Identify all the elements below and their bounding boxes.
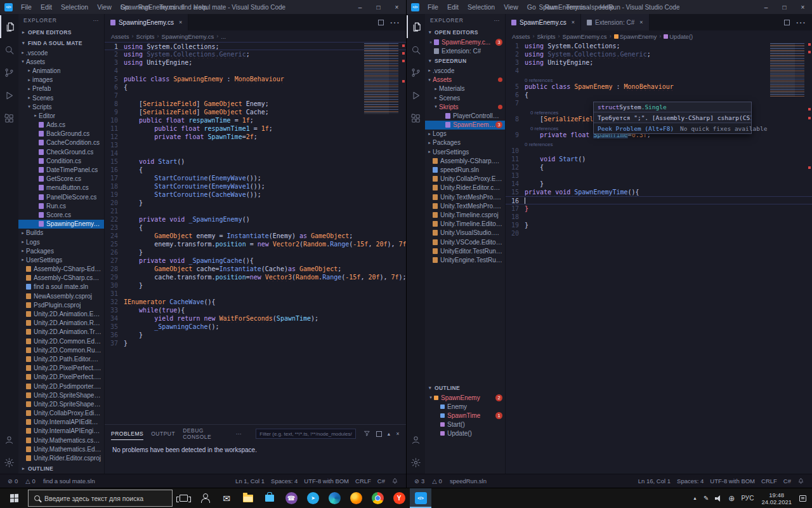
taskbar-app-yandex-browser[interactable]: Y: [388, 488, 410, 508]
volume-icon[interactable]: [712, 488, 725, 508]
code-line[interactable]: 19}: [506, 221, 812, 229]
tree-item[interactable]: UnityEditor.TestRunner...: [425, 246, 505, 255]
tree-item[interactable]: menuButton.cs: [18, 184, 104, 192]
code-line[interactable]: 2using System.Collections.Generic;: [105, 50, 406, 58]
code-line[interactable]: 35 _SpawningCache();: [105, 323, 406, 331]
code-line[interactable]: 17}: [506, 204, 812, 213]
run-debug-icon[interactable]: [0, 84, 18, 107]
code-line[interactable]: 3using UnityEngine;: [105, 58, 406, 67]
hidden-icons-chevron[interactable]: ▲: [690, 488, 700, 508]
language-indicator[interactable]: РУС: [738, 488, 757, 508]
tree-item[interactable]: ▸Animation: [18, 66, 104, 75]
code-line[interactable]: 4: [506, 67, 812, 75]
tree-item[interactable]: SpawningEnemy.cs: [18, 220, 104, 229]
tree-item[interactable]: ▸Packages: [18, 246, 104, 255]
tree-item[interactable]: Unity.Rider.Editor.csproj: [425, 184, 505, 192]
status-item[interactable]: Ln 16, Col 1: [636, 478, 673, 485]
breadcrumb[interactable]: Assets›Skripts›SpawnEnemy.cs›SpawnEnemy›…: [506, 30, 812, 42]
split-editor-icon[interactable]: [378, 20, 384, 25]
account-icon[interactable]: [407, 428, 425, 451]
tree-item[interactable]: ▸UserSettings: [18, 255, 104, 264]
outline-section[interactable]: ▸ OUTLINE: [18, 463, 104, 474]
taskbar-app-task-view[interactable]: [173, 488, 194, 508]
notifications-icon[interactable]: [796, 488, 809, 508]
tab-extension-c-[interactable]: Extension: C#×: [581, 14, 650, 30]
tab-spawningenemy-cs[interactable]: SpawningEnemy.cs×: [105, 14, 188, 30]
breadcrumb-item[interactable]: SpawningEnemy.cs: [162, 33, 214, 40]
outline-item[interactable]: SpawnTime1: [425, 411, 505, 420]
codelens[interactable]: 0 references: [506, 139, 812, 147]
breadcrumb[interactable]: Assets›Scripts›SpawningEnemy.cs›...: [105, 30, 406, 42]
code-line[interactable]: 20: [506, 229, 812, 237]
tree-item[interactable]: DateTimePanel.cs: [18, 165, 104, 174]
code-line[interactable]: 4: [105, 67, 406, 75]
minimap[interactable]: [364, 43, 398, 114]
status-item[interactable]: Ln 1, Col 1: [233, 478, 267, 485]
workspace-section[interactable]: ▾ SPEEDRUN: [425, 55, 505, 66]
taskbar-app-vscode[interactable]: </>: [410, 488, 431, 508]
status-item[interactable]: CRLF: [759, 478, 780, 485]
tree-item[interactable]: Unity.2D.Path.Editor.csp...: [18, 354, 104, 363]
code-line[interactable]: 9 [SerializeField] GameObject Cache;: [105, 108, 406, 116]
code-line[interactable]: 27 private void _SpawningCache(){: [105, 257, 406, 265]
panel-tab-problems[interactable]: PROBLEMS: [111, 428, 143, 440]
code-line[interactable]: 13: [105, 141, 406, 149]
code-line[interactable]: 18: [506, 213, 812, 221]
tree-item[interactable]: Unity.TextMeshPro.csproj: [425, 192, 505, 201]
code-line[interactable]: 23 {: [105, 224, 406, 232]
tree-item[interactable]: Unity.CollabProxy.Editor...: [18, 409, 104, 418]
tree-item[interactable]: Unity.Rider.Editor.csproj: [18, 453, 104, 462]
open-editors-section[interactable]: ▸ OPEN EDITORS: [18, 27, 104, 37]
search-icon[interactable]: [407, 38, 425, 61]
code-line[interactable]: 21: [105, 207, 406, 215]
tree-item[interactable]: CacheCondition.cs: [18, 138, 104, 147]
tree-item[interactable]: Ads.cs: [18, 121, 104, 130]
close-icon[interactable]: ×: [428, 40, 434, 44]
code-line[interactable]: 31: [105, 290, 406, 298]
tree-item[interactable]: ▾Assets: [425, 76, 505, 84]
tree-item[interactable]: Score.cs: [18, 210, 104, 219]
status-item[interactable]: C#: [781, 478, 794, 485]
explorer-icon[interactable]: [407, 15, 425, 38]
title-bar[interactable]: </> FileEditSelectionViewGoRunTerminalHe…: [0, 0, 406, 14]
explorer-more-icon[interactable]: ⋯: [494, 17, 501, 23]
code-line[interactable]: 26 }: [105, 248, 406, 257]
minimap[interactable]: [770, 43, 804, 97]
tree-item[interactable]: ▸Prefab: [18, 84, 104, 93]
breadcrumb-item[interactable]: Scripts: [136, 33, 155, 40]
chevron-up-icon[interactable]: ▴: [388, 431, 391, 437]
code-line[interactable]: 28 GameObject cache=Instantiate(Cache)as…: [105, 265, 406, 273]
code-line[interactable]: 5public class SpawnEnemy : MonoBehaviour: [506, 83, 812, 91]
tree-item[interactable]: PsdPlugin.csproj: [18, 300, 104, 309]
tree-item[interactable]: Unity.Timeline.Editor.cs...: [425, 220, 505, 229]
tree-item[interactable]: Unity.2D.SpriteShape.Ed...: [18, 391, 104, 399]
tree-item[interactable]: speedRun.sln: [425, 165, 505, 174]
code-line[interactable]: 3using UnityEngine;: [506, 58, 812, 67]
account-icon[interactable]: [0, 428, 18, 451]
tree-item[interactable]: Unity.2D.PixelPerfect.Edi...: [18, 373, 104, 382]
close-panel-icon[interactable]: ×: [396, 431, 400, 437]
taskbar-app-file-explorer[interactable]: [237, 488, 259, 508]
problems-filter-input[interactable]: [256, 429, 356, 439]
tree-item[interactable]: Unity.TextMeshPro.Edit...: [425, 201, 505, 210]
open-editors-section[interactable]: ▾ OPEN EDITORS: [425, 27, 505, 37]
code-line[interactable]: 13: [506, 171, 812, 180]
code-line[interactable]: 8 [SerializeField] GameObject Enemy;: [105, 100, 406, 108]
tree-item[interactable]: Unity.InternalAPIEditor...: [18, 418, 104, 427]
tree-item[interactable]: Unity.Mathematics.Edit...: [18, 444, 104, 453]
tree-item[interactable]: ▾Assets: [18, 57, 104, 66]
status-item[interactable]: Spaces: 4: [268, 478, 300, 485]
open-in-editor-icon[interactable]: [376, 431, 382, 437]
taskbar-app-chrome[interactable]: [367, 488, 388, 508]
code-line[interactable]: 14 }: [506, 180, 812, 188]
status-item[interactable]: CRLF: [353, 478, 374, 485]
tree-item[interactable]: ▸Logs: [18, 237, 104, 246]
taskbar-app-telegram[interactable]: ➤: [302, 488, 324, 508]
tree-item[interactable]: PlayerController.cs: [425, 111, 505, 120]
open-editor-item[interactable]: ×SpawnEnemy.c...3: [425, 37, 505, 46]
code-line[interactable]: 19 StartCoroutine(CacheWave());: [105, 190, 406, 199]
source-control-icon[interactable]: [407, 61, 425, 84]
close-icon[interactable]: ×: [179, 19, 182, 25]
breadcrumb-item[interactable]: Update(): [664, 33, 693, 40]
outline-item[interactable]: Update(): [425, 429, 505, 438]
